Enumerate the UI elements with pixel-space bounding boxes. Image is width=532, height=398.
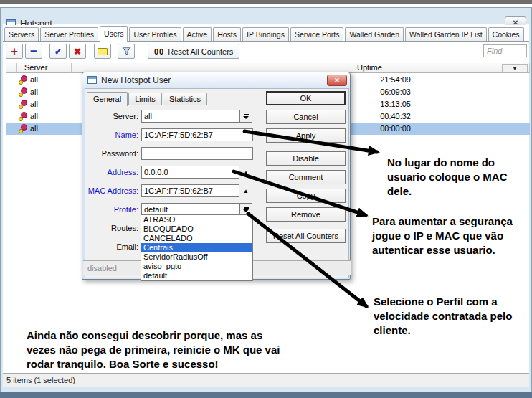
dialog-icon [87, 76, 97, 84]
ok-button[interactable]: OK [266, 91, 346, 105]
hotspot-user-icon [19, 112, 29, 121]
name-label: Name: [82, 128, 138, 141]
server-field[interactable] [141, 110, 239, 123]
tab-hosts[interactable]: Hosts [213, 27, 241, 41]
password-field[interactable] [141, 147, 253, 160]
annotation-profile: Selecione o Perfil com a velocidade cont… [374, 295, 512, 338]
dialog-title: New Hotspot User [101, 75, 171, 85]
dropdown-item[interactable]: CANCELADO [141, 234, 252, 243]
status-bar: 5 items (1 selected) [3, 373, 529, 387]
remove-button-dialog[interactable]: Remove [266, 207, 346, 222]
background-strip-bottom [0, 392, 532, 398]
profile-dropdown-list: ATRASO BLOQUEADO CANCELADO Centrais Serv… [141, 214, 253, 281]
minus-icon: − [30, 47, 37, 57]
name-field[interactable] [141, 128, 253, 141]
reset-all-counters-button[interactable]: 00 Reset All Counters [148, 44, 239, 59]
dialog-close-icon[interactable]: ✕ [327, 75, 347, 86]
hotspot-user-icon [19, 100, 29, 109]
reset-00-icon: 00 [154, 47, 164, 56]
mac-collapse-icon[interactable]: ▲ [243, 188, 249, 194]
apply-button[interactable]: Apply [266, 128, 346, 143]
tab-cookies[interactable]: Cookies [488, 27, 524, 41]
dropdown-item[interactable]: ATRASO [141, 215, 252, 224]
profile-label: Profile: [82, 203, 138, 216]
hotspot-user-icon [19, 87, 29, 97]
row-uptime: 00:40:32 [353, 112, 411, 120]
dialog-tab-limits[interactable]: Limits [128, 93, 162, 105]
dialog-tab-bar: General Limits Statistics [87, 91, 208, 105]
header-cell-end: ▼ [498, 63, 530, 73]
plus-icon: + [11, 46, 18, 57]
comment-button-dialog[interactable]: Comment [266, 170, 346, 184]
dialog-tab-general[interactable]: General [87, 92, 128, 106]
tab-ip-bindings[interactable]: IP Bindings [242, 27, 289, 41]
row-server: all [30, 100, 38, 108]
email-label: Email: [82, 240, 138, 253]
tab-users[interactable]: Users [100, 26, 128, 42]
tab-server-profiles[interactable]: Server Profiles [40, 27, 98, 41]
tab-service-ports[interactable]: Service Ports [290, 27, 343, 41]
header-cell-blank[interactable] [6, 63, 17, 73]
comment-button[interactable] [94, 44, 111, 59]
routes-label: Routes: [82, 222, 138, 234]
reset-all-counters-button-dialog[interactable]: Reset All Counters [266, 229, 346, 243]
row-server: all [30, 75, 38, 84]
hotspot-user-icon [19, 75, 29, 85]
row-uptime: 13:13:05 [353, 100, 411, 108]
row-server: all [30, 124, 38, 133]
cancel-button[interactable]: Cancel [266, 110, 346, 124]
hotspot-user-icon [19, 124, 29, 133]
row-server: all [30, 87, 38, 96]
row-uptime: 00:00:00 [353, 124, 411, 133]
server-label: Server: [82, 110, 138, 123]
remove-button[interactable]: − [25, 44, 42, 59]
annotation-name: No lugar do nome do usuario coloque o MA… [387, 156, 508, 199]
header-cell-server[interactable]: Server [17, 63, 72, 73]
check-icon: ✔ [54, 47, 62, 57]
tab-active[interactable]: Active [183, 27, 212, 41]
tab-walled-garden-ip-list[interactable]: Walled Garden IP List [405, 27, 487, 41]
note-icon [98, 48, 108, 55]
enable-button[interactable]: ✔ [49, 44, 67, 59]
dropdown-item[interactable]: aviso_pgto [141, 262, 252, 271]
dialog-tab-divider [87, 105, 257, 105]
tab-servers[interactable]: Servers [4, 27, 39, 41]
disable-button-dialog[interactable]: Disable [266, 151, 346, 166]
filter-button[interactable] [118, 44, 135, 59]
server-dropdown-icon[interactable] [239, 110, 252, 123]
tab-walled-garden[interactable]: Walled Garden [345, 27, 404, 41]
annotation-reboot: Ainda não consegui descobrir porque, mas… [27, 328, 280, 371]
x-icon: ✖ [74, 47, 81, 57]
add-button[interactable]: + [6, 44, 23, 59]
disable-button[interactable]: ✖ [69, 44, 86, 59]
address-field[interactable] [141, 166, 239, 179]
dropdown-item[interactable]: BLOQUEADO [141, 224, 252, 234]
dropdown-item[interactable]: default [141, 271, 252, 280]
address-collapse-icon[interactable]: ▲ [243, 169, 249, 176]
reset-all-counters-label: Reset All Counters [168, 47, 233, 56]
window-titlebar[interactable]: Hotspot ✕ [0, 7, 532, 24]
header-cell-uptime[interactable]: Uptime [353, 63, 412, 73]
row-uptime: 21:54:09 [353, 75, 411, 84]
copy-button[interactable]: Copy [266, 189, 346, 203]
row-server: all [30, 112, 38, 120]
dialog-titlebar[interactable]: New Hotspot User ✕ [82, 72, 350, 88]
dropdown-item[interactable]: ServidorRadiusOff [141, 252, 252, 262]
funnel-icon [122, 47, 131, 56]
address-label: Address: [82, 166, 138, 179]
find-input[interactable] [483, 44, 527, 57]
dropdown-item-selected[interactable]: Centrais [141, 243, 252, 252]
toolbar: + − ✔ ✖ 00 Reset All Counters [6, 43, 239, 60]
mac-address-label: MAC Address: [82, 184, 138, 197]
header-cell-blank2[interactable] [412, 63, 498, 73]
password-label: Password: [82, 147, 138, 160]
tab-user-profiles[interactable]: User Profiles [129, 27, 181, 41]
column-select-button[interactable]: ▼ [502, 64, 528, 72]
annotation-security: Para aumentar a segurança jogue o IP e M… [372, 214, 513, 257]
dialog-tab-statistics[interactable]: Statistics [163, 93, 207, 105]
mac-address-field[interactable] [141, 184, 239, 197]
tab-bar: Servers Server Profiles Users User Profi… [3, 25, 529, 42]
row-uptime: 06:09:03 [353, 87, 411, 96]
